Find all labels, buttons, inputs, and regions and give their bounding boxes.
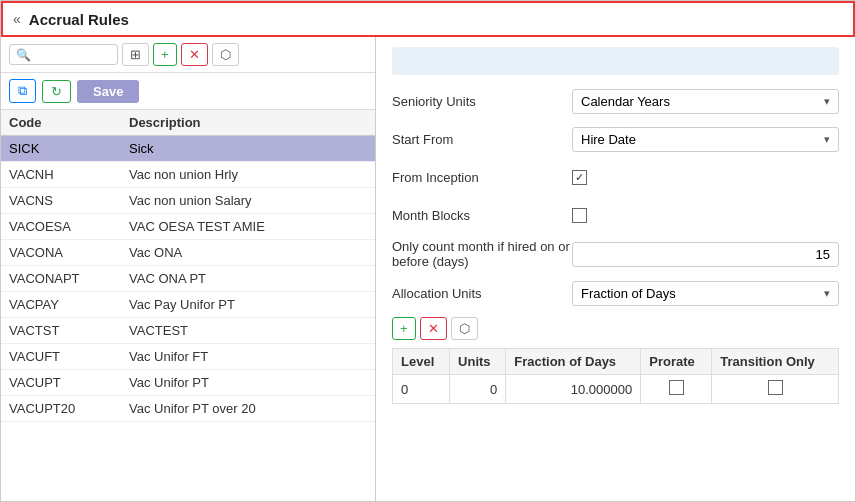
list-item-code: VACONAPT (9, 271, 129, 286)
allocation-units-value: Fraction of Days (581, 286, 676, 301)
list-body: SICKSickVACNHVac non union HrlyVACNSVac … (1, 136, 375, 501)
title-bar: « Accrual Rules (1, 1, 855, 37)
table-row[interactable]: 0 0 10.000000 (393, 375, 839, 404)
detail-table: Level Units Fraction of Days Prorate Tra… (392, 348, 839, 404)
month-blocks-row: Month Blocks (392, 201, 839, 229)
detail-units: 0 (450, 375, 506, 404)
search-icon: 🔍 (16, 48, 31, 62)
detail-export-button[interactable]: ⬡ (451, 317, 478, 340)
list-item[interactable]: VACUPT20Vac Unifor PT over 20 (1, 396, 375, 422)
list-item[interactable]: VACONAVac ONA (1, 240, 375, 266)
col-level: Level (393, 349, 450, 375)
dropdown-arrow-2-icon: ▾ (824, 133, 830, 146)
list-item-code: VACNS (9, 193, 129, 208)
only-count-label: Only count month if hired on or before (… (392, 239, 572, 269)
refresh-button[interactable]: ↻ (42, 80, 71, 103)
start-from-label: Start From (392, 132, 572, 147)
list-item-code: VACOESA (9, 219, 129, 234)
start-from-row: Start From Hire Date ▾ (392, 125, 839, 153)
left-panel: 🔍 ⊞ + ✕ ⬡ ⧉ ↻ Save Code Description SICK… (1, 37, 376, 501)
detail-prorate (641, 375, 712, 404)
col-prorate: Prorate (641, 349, 712, 375)
save-button[interactable]: Save (77, 80, 139, 103)
from-inception-checkbox[interactable]: ✓ (572, 170, 587, 185)
list-item-description: Vac ONA (129, 245, 367, 260)
list-item-code: VACNH (9, 167, 129, 182)
main-container: « Accrual Rules 🔍 ⊞ + ✕ ⬡ ⧉ ↻ Save Code (0, 0, 856, 502)
list-item[interactable]: VACTSTVACTEST (1, 318, 375, 344)
right-panel: Seniority Units Calendar Years ▾ Start F… (376, 37, 855, 501)
list-item[interactable]: VACOESAVAC OESA TEST AMIE (1, 214, 375, 240)
right-top-bar (392, 47, 839, 75)
list-header: Code Description (1, 110, 375, 136)
search-wrap: 🔍 (9, 44, 118, 65)
left-toolbar: 🔍 ⊞ + ✕ ⬡ (1, 37, 375, 73)
list-item[interactable]: VACUPTVac Unifor PT (1, 370, 375, 396)
month-blocks-checkbox[interactable] (572, 208, 587, 223)
allocation-units-row: Allocation Units Fraction of Days ▾ (392, 279, 839, 307)
detail-delete-button[interactable]: ✕ (420, 317, 447, 340)
from-inception-label: From Inception (392, 170, 572, 185)
left-actions: ⧉ ↻ Save (1, 73, 375, 110)
back-icon[interactable]: « (13, 11, 21, 27)
seniority-units-control: Calendar Years ▾ (572, 89, 839, 114)
delete-button[interactable]: ✕ (181, 43, 208, 66)
detail-transition (712, 375, 839, 404)
list-item-code: SICK (9, 141, 129, 156)
list-item[interactable]: VACNSVac non union Salary (1, 188, 375, 214)
add-button[interactable]: + (153, 43, 177, 66)
allocation-units-label: Allocation Units (392, 286, 572, 301)
only-count-input[interactable] (572, 242, 839, 267)
allocation-units-select[interactable]: Fraction of Days ▾ (572, 281, 839, 306)
dropdown-arrow-3-icon: ▾ (824, 287, 830, 300)
list-item-description: Vac non union Hrly (129, 167, 367, 182)
start-from-control: Hire Date ▾ (572, 127, 839, 152)
list-item-description: Vac Unifor PT (129, 375, 367, 390)
search-input[interactable] (31, 47, 111, 62)
detail-level: 0 (393, 375, 450, 404)
list-item-code: VACONA (9, 245, 129, 260)
seniority-units-label: Seniority Units (392, 94, 572, 109)
start-from-select[interactable]: Hire Date ▾ (572, 127, 839, 152)
col-fraction: Fraction of Days (506, 349, 641, 375)
from-inception-row: From Inception ✓ (392, 163, 839, 191)
detail-fraction: 10.000000 (506, 375, 641, 404)
detail-add-button[interactable]: + (392, 317, 416, 340)
detail-toolbar: + ✕ ⬡ (392, 317, 839, 340)
dropdown-arrow-icon: ▾ (824, 95, 830, 108)
list-item-code: VACUPT20 (9, 401, 129, 416)
content-area: 🔍 ⊞ + ✕ ⬡ ⧉ ↻ Save Code Description SICK… (1, 37, 855, 501)
list-item[interactable]: SICKSick (1, 136, 375, 162)
export-button[interactable]: ⬡ (212, 43, 239, 66)
col-code: Code (9, 115, 129, 130)
list-item[interactable]: VACONAPTVAC ONA PT (1, 266, 375, 292)
list-item[interactable]: VACPAYVac Pay Unifor PT (1, 292, 375, 318)
seniority-units-select[interactable]: Calendar Years ▾ (572, 89, 839, 114)
list-item[interactable]: VACUFTVac Unifor FT (1, 344, 375, 370)
seniority-units-row: Seniority Units Calendar Years ▾ (392, 87, 839, 115)
list-item-code: VACTST (9, 323, 129, 338)
only-count-row: Only count month if hired on or before (… (392, 239, 839, 269)
list-item[interactable]: VACNHVac non union Hrly (1, 162, 375, 188)
list-item-description: Vac Unifor PT over 20 (129, 401, 367, 416)
list-item-description: VAC ONA PT (129, 271, 367, 286)
grid-button[interactable]: ⊞ (122, 43, 149, 66)
seniority-units-value: Calendar Years (581, 94, 670, 109)
list-item-description: VAC OESA TEST AMIE (129, 219, 367, 234)
list-item-description: Vac Unifor FT (129, 349, 367, 364)
list-item-code: VACPAY (9, 297, 129, 312)
start-from-value: Hire Date (581, 132, 636, 147)
list-item-description: Sick (129, 141, 367, 156)
col-units: Units (450, 349, 506, 375)
month-blocks-control (572, 208, 839, 223)
col-description: Description (129, 115, 367, 130)
list-item-description: Vac non union Salary (129, 193, 367, 208)
list-item-description: VACTEST (129, 323, 367, 338)
copy-button[interactable]: ⧉ (9, 79, 36, 103)
col-transition: Transition Only (712, 349, 839, 375)
from-inception-control: ✓ (572, 170, 839, 185)
list-item-code: VACUFT (9, 349, 129, 364)
list-item-description: Vac Pay Unifor PT (129, 297, 367, 312)
list-item-code: VACUPT (9, 375, 129, 390)
only-count-control (572, 242, 839, 267)
